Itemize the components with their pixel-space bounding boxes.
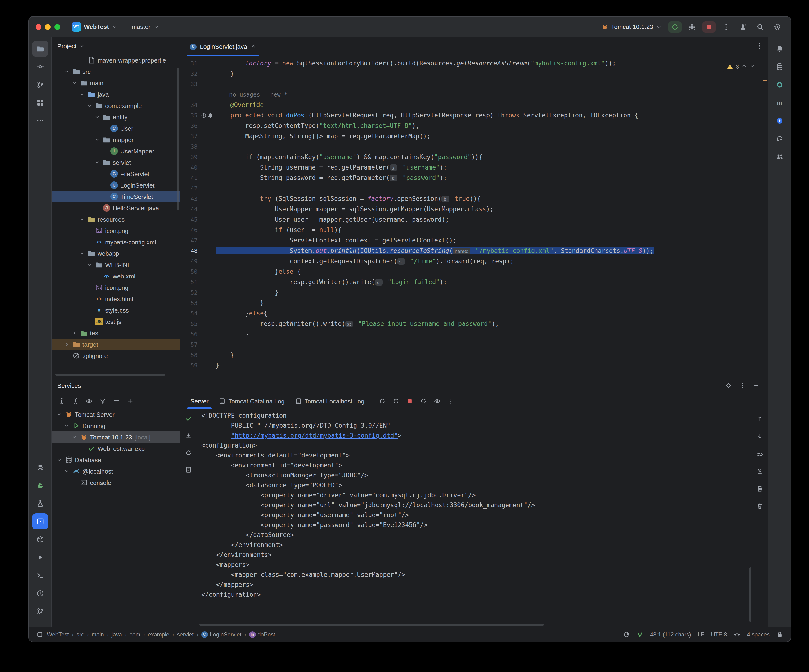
add-service-button[interactable] (124, 395, 136, 407)
gutter[interactable]: 57 (180, 340, 213, 350)
code-line[interactable]: 52 } (180, 287, 768, 298)
code-line[interactable]: 45 User user = mapper.getUser(username, … (180, 215, 768, 225)
editor-tab[interactable]: CLoginServlet.java (185, 37, 261, 56)
plugin-status[interactable] (637, 631, 643, 638)
tree-row[interactable]: Database (52, 454, 180, 466)
minimize-window-button[interactable] (45, 24, 51, 30)
chevron-down-icon[interactable] (78, 91, 85, 97)
inspections-widget[interactable]: 3 (723, 60, 758, 74)
open-in-new-tab-button[interactable] (110, 395, 123, 407)
chevron-down-icon[interactable] (63, 69, 70, 74)
gutter[interactable]: 38 (180, 142, 213, 152)
console-scrollbar[interactable] (749, 567, 751, 622)
breadcrumb-item[interactable]: WebTest (47, 631, 69, 638)
code-line[interactable]: no usages new * (180, 89, 768, 100)
code-line[interactable]: 57 (180, 340, 768, 350)
console-link[interactable]: "http://mybatis.org/dtd/mybatis-3-config… (231, 432, 398, 439)
gutter[interactable]: 43 (180, 194, 213, 204)
gutter[interactable]: 36 (180, 121, 213, 131)
gutter[interactable]: 32 (180, 69, 213, 79)
gutter[interactable]: 45 (180, 215, 213, 225)
chevron-right-icon[interactable] (70, 330, 78, 336)
collaboration-tool-button[interactable] (771, 149, 787, 165)
tree-row[interactable]: CLoginServlet (52, 179, 180, 191)
terminal-tool-button[interactable] (32, 567, 48, 583)
tree-row[interactable]: test (52, 327, 180, 339)
code-line[interactable]: 38 (180, 142, 768, 152)
locate-button[interactable] (722, 379, 735, 392)
more-options-button[interactable] (445, 395, 457, 407)
settings-button[interactable] (770, 21, 784, 32)
breadcrumb-item[interactable]: main (92, 631, 104, 638)
gutter[interactable]: 58 (180, 350, 213, 360)
gutter[interactable]: 40 (180, 163, 213, 173)
hide-panel-button[interactable] (750, 379, 762, 392)
services-tab[interactable]: Tomcat Localhost Log (290, 394, 370, 409)
code-line[interactable]: 44 UserMapper mapper = sqlSession.getMap… (180, 204, 768, 215)
tree-row[interactable]: @localhost (52, 466, 180, 477)
code-line[interactable]: 47 ServletContext context = getServletCo… (180, 235, 768, 246)
soft-wrap-button[interactable] (754, 447, 766, 460)
breadcrumb-item[interactable]: CLoginServlet (201, 631, 241, 638)
code-line[interactable]: 55 resp.getWriter().write(s: "Please inp… (180, 319, 768, 329)
code-line[interactable]: 48 System.out.println(IOUtils.resourceTo… (180, 246, 768, 256)
gutter[interactable]: 39 (180, 152, 213, 163)
tree-row[interactable]: WEB-INF (52, 259, 180, 270)
code-line[interactable]: 59} (180, 360, 768, 371)
code-line[interactable]: 50 }else { (180, 266, 768, 277)
code-line[interactable]: 58 } (180, 350, 768, 360)
tree-row[interactable]: Tomcat Server (52, 409, 180, 420)
prev-problem-icon[interactable] (741, 62, 747, 72)
tree-row[interactable]: JStest.js (52, 316, 180, 327)
tree-row[interactable]: src (52, 66, 180, 77)
breadcrumb-item[interactable]: com (129, 631, 140, 638)
project-panel-header[interactable]: Project (52, 37, 180, 54)
tests-tool-button[interactable] (32, 495, 48, 511)
commit-tool-button[interactable] (32, 59, 48, 75)
deployed-status[interactable] (182, 412, 195, 425)
caret-position[interactable]: 48:1 (112 chars) (650, 631, 691, 638)
print-button[interactable] (754, 483, 766, 495)
tree-row[interactable]: com.example (52, 100, 180, 111)
tree-row[interactable]: </>mybatis-config.xml (52, 236, 180, 248)
gutter[interactable]: 37 (180, 131, 213, 142)
stop-button[interactable] (702, 21, 716, 32)
code-line[interactable]: 56 } (180, 329, 768, 340)
expand-all-button[interactable] (55, 395, 68, 407)
clear-console-button[interactable] (754, 500, 766, 513)
notifications-button[interactable] (771, 41, 787, 57)
show-log-button[interactable] (182, 464, 195, 476)
tree-row[interactable]: CFileServlet (52, 168, 180, 179)
code-line[interactable]: 36 resp.setContentType("text/html;charse… (180, 121, 768, 131)
breadcrumb-item[interactable]: mdoPost (249, 631, 275, 638)
code-line[interactable]: 43 try (SqlSession sqlSession = factory.… (180, 194, 768, 204)
chevron-down-icon[interactable] (55, 412, 62, 417)
more-tool-windows-button[interactable] (32, 113, 48, 129)
profiler-tool-button[interactable] (771, 77, 787, 93)
code-line[interactable]: 40 String username = req.getParameter(s:… (180, 163, 768, 173)
project-tree-scrollbar[interactable] (177, 68, 179, 210)
code-line[interactable]: 49 context.getRequestDispatcher(s: "/tim… (180, 256, 768, 266)
tree-row[interactable]: CUser (52, 123, 180, 134)
tree-row[interactable]: webapp (52, 248, 180, 259)
code-line[interactable]: 54 }else{ (180, 308, 768, 319)
gutter[interactable]: 41 (180, 173, 213, 183)
chevron-down-icon[interactable] (63, 468, 70, 474)
show-options-button[interactable] (431, 395, 443, 407)
close-tab-icon[interactable] (250, 43, 256, 50)
project-tree-hscrollbar[interactable] (55, 374, 165, 375)
tree-row[interactable]: target (52, 339, 180, 350)
code-with-me-button[interactable] (737, 21, 750, 32)
duck-plugin-tool-button[interactable] (32, 478, 48, 493)
code-line[interactable]: 32 } (180, 69, 768, 79)
gutter[interactable]: 54 (180, 308, 213, 319)
line-separator[interactable]: LF (698, 631, 704, 638)
tree-row[interactable]: entity (52, 111, 180, 123)
gutter[interactable]: 56 (180, 329, 213, 340)
chevron-down-icon[interactable] (86, 103, 93, 109)
gutter[interactable]: 34 (180, 100, 213, 111)
chevron-right-icon[interactable] (63, 342, 70, 347)
problems-tool-button[interactable] (32, 585, 48, 602)
scroll-up-button[interactable] (754, 412, 766, 425)
code-line[interactable]: 51 resp.getWriter().write(s: "Login fail… (180, 277, 768, 287)
